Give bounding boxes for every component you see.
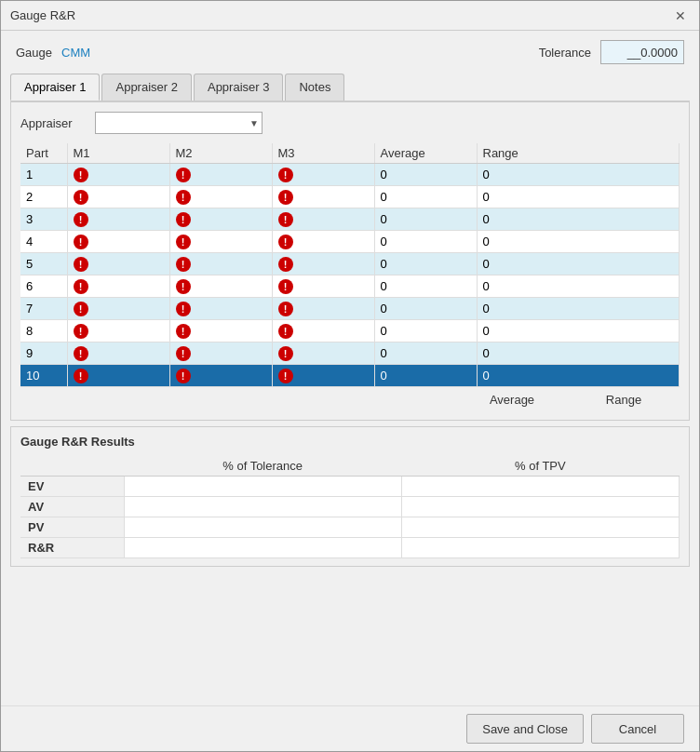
error-icon: ! — [278, 257, 293, 272]
error-icon: ! — [176, 235, 191, 249]
cell-m2[interactable]: ! — [169, 342, 272, 365]
cell-m1[interactable]: ! — [67, 186, 169, 208]
cancel-button[interactable]: Cancel — [591, 714, 684, 744]
appraiser-select[interactable] — [95, 112, 262, 134]
cell-avg: 0 — [374, 275, 477, 298]
table-row[interactable]: 2!!!00 — [20, 186, 680, 208]
error-icon: ! — [278, 369, 293, 383]
results-tolerance-value[interactable] — [124, 517, 401, 538]
table-row[interactable]: 4!!!00 — [20, 231, 680, 253]
cell-m2[interactable]: ! — [169, 164, 272, 186]
header-average: Average — [374, 143, 477, 164]
title-bar: Gauge R&R ✕ — [1, 1, 699, 31]
cell-part: 1 — [20, 164, 67, 186]
cell-range: 0 — [477, 253, 680, 275]
results-tolerance-value[interactable] — [124, 538, 401, 558]
cell-part: 7 — [20, 298, 67, 320]
cell-m2[interactable]: ! — [169, 186, 272, 208]
cell-m1[interactable]: ! — [67, 320, 169, 342]
cell-m2[interactable]: ! — [169, 231, 272, 253]
cell-m1[interactable]: ! — [67, 253, 169, 275]
results-tolerance-value[interactable] — [124, 497, 401, 517]
results-panel: Gauge R&R Results % of Tolerance % of TP… — [10, 426, 690, 567]
results-tpv-value[interactable] — [401, 497, 679, 517]
cell-m2[interactable]: ! — [169, 298, 272, 320]
cell-m2[interactable]: ! — [169, 275, 272, 298]
cell-m1[interactable]: ! — [67, 342, 169, 365]
cell-m3[interactable]: ! — [272, 231, 374, 253]
tabs-section: Appraiser 1 Appraiser 2 Appraiser 3 Note… — [1, 74, 699, 101]
error-icon: ! — [278, 324, 293, 339]
results-row-label: EV — [20, 477, 124, 497]
error-icon: ! — [74, 168, 88, 182]
cell-avg: 0 — [374, 320, 477, 342]
header-range: Range — [477, 143, 680, 164]
top-panel: Appraiser ▼ Part M1 M2 M3 Average — [10, 101, 690, 421]
results-tpv-value[interactable] — [401, 517, 679, 538]
results-row: AV — [20, 497, 680, 517]
cell-m3[interactable]: ! — [272, 298, 374, 320]
cell-m2[interactable]: ! — [169, 320, 272, 342]
tab-appraiser1[interactable]: Appraiser 1 — [10, 74, 100, 101]
cell-m3[interactable]: ! — [272, 164, 374, 186]
table-row[interactable]: 10!!!00 — [20, 365, 680, 387]
save-close-button[interactable]: Save and Close — [466, 714, 584, 744]
cell-m1[interactable]: ! — [67, 164, 169, 186]
results-header-tpv: % of TPV — [401, 456, 679, 477]
cell-part: 6 — [20, 275, 67, 298]
results-tolerance-value[interactable] — [124, 477, 401, 497]
avg-summary-label: Average — [456, 393, 568, 407]
table-row[interactable]: 6!!!00 — [20, 275, 680, 298]
error-icon: ! — [74, 369, 88, 383]
cell-m3[interactable]: ! — [272, 365, 374, 387]
cell-m1[interactable]: ! — [67, 208, 169, 231]
error-icon: ! — [278, 168, 293, 182]
cell-m1[interactable]: ! — [67, 275, 169, 298]
table-row[interactable]: 9!!!00 — [20, 342, 680, 365]
results-row: EV — [20, 477, 680, 497]
cell-m1[interactable]: ! — [67, 298, 169, 320]
cell-avg: 0 — [374, 298, 477, 320]
tab-notes[interactable]: Notes — [285, 74, 344, 101]
close-button[interactable]: ✕ — [671, 7, 690, 25]
cell-m3[interactable]: ! — [272, 208, 374, 231]
cell-m3[interactable]: ! — [272, 320, 374, 342]
error-icon: ! — [176, 302, 191, 316]
data-table: Part M1 M2 M3 Average Range 1!!!002!!!00… — [20, 143, 680, 387]
results-tpv-value[interactable] — [401, 477, 679, 497]
tab-appraiser3[interactable]: Appraiser 3 — [194, 74, 283, 101]
tab-appraiser2[interactable]: Appraiser 2 — [101, 74, 191, 101]
cell-range: 0 — [477, 164, 680, 186]
cell-m2[interactable]: ! — [169, 253, 272, 275]
cell-m3[interactable]: ! — [272, 275, 374, 298]
results-row: PV — [20, 517, 680, 538]
cell-m3[interactable]: ! — [272, 253, 374, 275]
error-icon: ! — [176, 324, 191, 339]
cell-m3[interactable]: ! — [272, 342, 374, 365]
error-icon: ! — [176, 369, 191, 383]
gauge-value: CMM — [61, 46, 90, 60]
table-row[interactable]: 1!!!00 — [20, 164, 680, 186]
cell-avg: 0 — [374, 186, 477, 208]
error-icon: ! — [278, 302, 293, 316]
error-icon: ! — [278, 190, 293, 205]
cell-m1[interactable]: ! — [67, 231, 169, 253]
cell-range: 0 — [477, 342, 680, 365]
tolerance-input[interactable] — [600, 40, 684, 64]
error-icon: ! — [176, 168, 191, 182]
cell-m1[interactable]: ! — [67, 365, 169, 387]
table-row[interactable]: 5!!!00 — [20, 253, 680, 275]
cell-m2[interactable]: ! — [169, 365, 272, 387]
cell-avg: 0 — [374, 164, 477, 186]
table-row[interactable]: 3!!!00 — [20, 208, 680, 231]
table-row[interactable]: 8!!!00 — [20, 320, 680, 342]
error-icon: ! — [74, 190, 88, 205]
range-summary-label: Range — [568, 393, 680, 407]
cell-m3[interactable]: ! — [272, 186, 374, 208]
cell-range: 0 — [477, 320, 680, 342]
table-row[interactable]: 7!!!00 — [20, 298, 680, 320]
results-tpv-value[interactable] — [401, 538, 679, 558]
cell-m2[interactable]: ! — [169, 208, 272, 231]
results-row-label: AV — [20, 497, 124, 517]
error-icon: ! — [176, 190, 191, 205]
